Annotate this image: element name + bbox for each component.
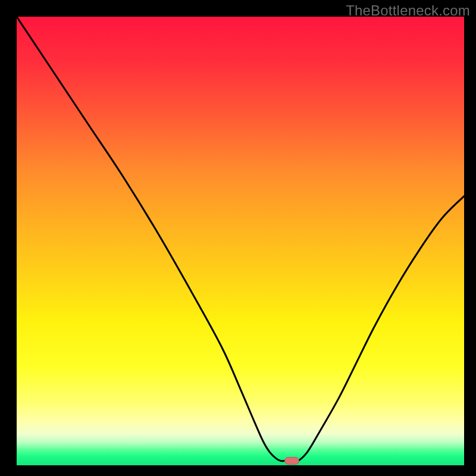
plot-area (17, 17, 464, 465)
curve-svg (17, 17, 464, 465)
bottleneck-curve-left (17, 17, 285, 461)
bottleneck-curve-right (299, 196, 464, 461)
min-marker (284, 457, 299, 464)
chart-frame: TheBottleneck.com (0, 0, 476, 476)
